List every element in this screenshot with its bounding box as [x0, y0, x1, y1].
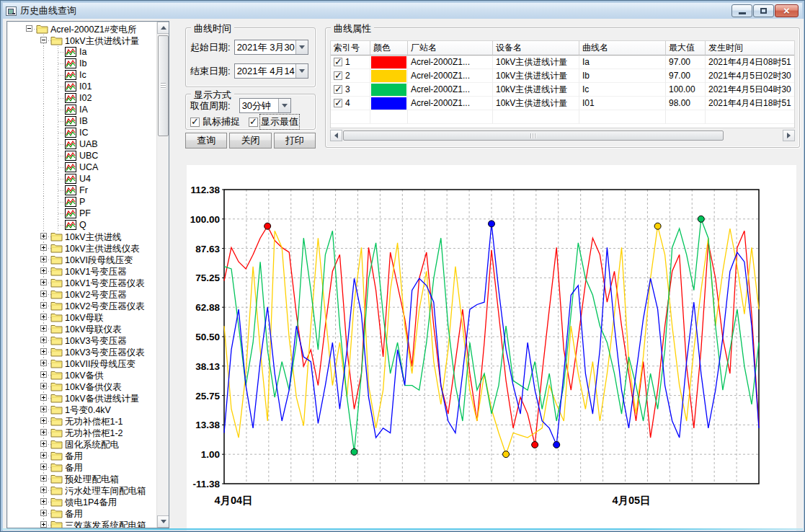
tree-item-curve[interactable]: UCA: [7, 161, 156, 173]
tree-item-folder[interactable]: 10kV备供: [7, 369, 156, 381]
expand-icon[interactable]: [40, 464, 47, 470]
expand-icon[interactable]: [40, 325, 47, 332]
scroll-left-button[interactable]: [330, 130, 342, 141]
tree-item-curve[interactable]: PF: [7, 208, 156, 219]
print-button[interactable]: 打印: [274, 133, 316, 148]
column-header-3[interactable]: 设备名: [493, 41, 579, 56]
tree-item-folder[interactable]: 固化系统配电: [7, 438, 156, 450]
tree-item-folder[interactable]: 无功补偿柜1-2: [7, 427, 156, 438]
column-header-0[interactable]: 索引号: [331, 41, 370, 56]
expand-icon[interactable]: [40, 487, 47, 493]
tree-item-curve[interactable]: IB: [7, 115, 156, 127]
expand-icon[interactable]: [40, 429, 47, 435]
column-header-5[interactable]: 最大值: [666, 41, 706, 56]
tree-item-folder[interactable]: 10kV2号变压器: [7, 288, 156, 300]
expand-icon[interactable]: [40, 256, 47, 262]
tree-item-folder[interactable]: 备用: [7, 507, 156, 519]
tree-item-folder[interactable]: 10kV主供进线计量: [7, 35, 156, 46]
scroll-down-button[interactable]: [157, 515, 169, 528]
close-window-button[interactable]: 关闭: [229, 133, 271, 148]
row-checkbox[interactable]: [334, 58, 342, 66]
tree-item-curve[interactable]: I02: [7, 92, 156, 104]
end-date-select[interactable]: 2021年 4月14: [234, 63, 308, 79]
tree-item-curve[interactable]: IA: [7, 104, 156, 115]
tree-item-curve[interactable]: Ia: [7, 46, 156, 58]
titlebar[interactable]: 历史曲线查询 ×: [3, 3, 802, 19]
column-header-1[interactable]: 颜色: [370, 41, 408, 56]
expand-icon[interactable]: [40, 394, 47, 401]
collapse-icon[interactable]: [26, 25, 32, 32]
start-date-select[interactable]: 2021年 3月30: [234, 40, 308, 55]
tree-item-folder[interactable]: 污水处理车间配电箱: [7, 484, 156, 496]
tree-item-folder[interactable]: 备用: [7, 461, 156, 473]
show-extremes-checkbox[interactable]: [249, 118, 258, 127]
tree-item-curve[interactable]: Ib: [7, 58, 156, 69]
expand-icon[interactable]: [40, 291, 47, 297]
table-row[interactable]: 3Acrel-2000Z1...10kV主供进线计量Ic100.002021年4…: [331, 83, 795, 97]
tree-item-folder[interactable]: 三效蒸发系统配电箱: [7, 519, 156, 528]
period-dropdown-button[interactable]: [278, 99, 290, 112]
row-checkbox[interactable]: [334, 85, 342, 94]
period-select[interactable]: 30分钟: [239, 98, 291, 113]
close-button[interactable]: ×: [775, 4, 799, 17]
tree-item-folder[interactable]: 10kV主供进线仪表: [7, 242, 156, 254]
tree-item-folder[interactable]: 10kV主供进线: [7, 231, 156, 242]
expand-icon[interactable]: [40, 314, 47, 320]
column-header-2[interactable]: 厂站名: [408, 41, 493, 56]
trend-chart[interactable]: 112.38100.0087.6375.2562.8850.5038.1325.…: [187, 165, 796, 531]
scroll-up-button[interactable]: [157, 22, 169, 34]
end-date-dropdown-button[interactable]: [295, 64, 308, 78]
expand-icon[interactable]: [40, 383, 47, 389]
column-header-6[interactable]: 发生时间: [706, 41, 795, 56]
restore-button[interactable]: [753, 4, 774, 17]
expand-icon[interactable]: [40, 521, 47, 528]
table-row[interactable]: 2Acrel-2000Z1...10kV主供进线计量Ib97.002021年4月…: [331, 69, 795, 83]
expand-icon[interactable]: [40, 244, 47, 251]
tree-item-folder[interactable]: 10kV母联仪表: [7, 323, 156, 334]
table-row[interactable]: 1Acrel-2000Z1...10kV主供进线计量Ia97.002021年4月…: [331, 56, 795, 69]
scrollbar-thumb[interactable]: [343, 130, 724, 141]
expand-icon[interactable]: [40, 406, 47, 412]
tree-item-folder[interactable]: 10kV1号变压器仪表: [7, 277, 156, 288]
tree-item-curve[interactable]: Q: [7, 219, 156, 231]
table-row[interactable]: 4Acrel-2000Z1...10kV主供进线计量I0198.002021年4…: [331, 97, 795, 110]
tree-item-folder[interactable]: 10kVII段母线压变: [7, 358, 156, 369]
expand-icon[interactable]: [40, 475, 47, 482]
expand-icon[interactable]: [40, 440, 47, 447]
expand-icon[interactable]: [40, 337, 47, 343]
column-header-4[interactable]: 曲线名: [579, 41, 666, 56]
expand-icon[interactable]: [40, 360, 47, 366]
tree-item-curve[interactable]: I01: [7, 81, 156, 92]
tree-item-curve[interactable]: UAB: [7, 138, 156, 150]
expand-icon[interactable]: [40, 233, 47, 239]
tree-item-folder[interactable]: 10kVI段母线压变: [7, 254, 156, 265]
row-checkbox[interactable]: [334, 99, 342, 107]
expand-icon[interactable]: [40, 348, 47, 355]
expand-icon[interactable]: [40, 279, 47, 285]
tree-item-folder[interactable]: 10kV备供进线计量: [7, 392, 156, 404]
tree-item-folder[interactable]: 1号变0.4kV: [7, 404, 156, 415]
row-checkbox[interactable]: [334, 71, 342, 80]
scrollbar-thumb[interactable]: [158, 35, 169, 136]
tree-item-folder[interactable]: 馈电1P4备用: [7, 496, 156, 507]
mouse-capture-checkbox[interactable]: [190, 118, 200, 127]
expand-icon[interactable]: [40, 417, 47, 424]
expand-icon[interactable]: [40, 510, 47, 516]
start-date-dropdown-button[interactable]: [295, 40, 308, 54]
expand-icon[interactable]: [40, 302, 47, 309]
expand-icon[interactable]: [40, 371, 47, 378]
tree-item-folder[interactable]: 无功补偿柜1-1: [7, 415, 156, 427]
query-button[interactable]: 查询: [185, 133, 227, 148]
tree-item-folder[interactable]: 10kV2号变压器仪表: [7, 300, 156, 311]
tree-item-folder[interactable]: 预处理配电箱: [7, 473, 156, 484]
table-horizontal-scrollbar[interactable]: [330, 130, 795, 142]
tree-item-folder[interactable]: 10kV3号变压器仪表: [7, 346, 156, 358]
tree-item-folder[interactable]: 10kV备供仪表: [7, 381, 156, 392]
tree-item-folder[interactable]: 10kV1号变压器: [7, 265, 156, 277]
tree-item-curve[interactable]: P: [7, 196, 156, 208]
expand-icon[interactable]: [40, 267, 47, 274]
scroll-right-button[interactable]: [783, 130, 795, 141]
tree-item-folder[interactable]: 10kV母联: [7, 311, 156, 323]
tree-item-curve[interactable]: U4: [7, 173, 156, 185]
expand-icon[interactable]: [40, 498, 47, 505]
